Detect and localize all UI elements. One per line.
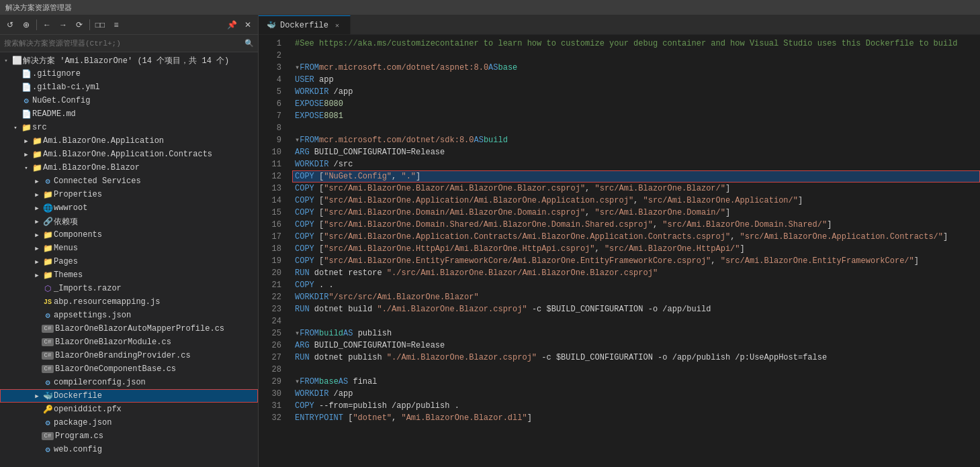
tree-item-blazor[interactable]: ▾ 📁 Ami.BlazorOne.Blazor — [0, 161, 258, 174]
item-label: Properties — [54, 190, 102, 199]
tree-item-componentbase[interactable]: C# BlazorOneComponentBase.cs — [0, 362, 258, 376]
tree-item-menus[interactable]: ▶ 📁 Menus — [0, 242, 258, 255]
close-panel-btn[interactable]: ✕ — [240, 17, 255, 32]
tree-item-pfx[interactable]: 🔑 openiddict.pfx — [0, 403, 258, 416]
separator2 — [89, 19, 90, 30]
code-line: COPY ["src/Ami.BlazorOne.EntityFramework… — [292, 255, 980, 267]
item-label: compilerconfig.json — [54, 378, 146, 387]
tree-item-wwwroot[interactable]: ▶ 🌐 wwwroot — [0, 201, 258, 215]
view-btn[interactable]: □□ — [93, 17, 107, 32]
filter-btn[interactable]: ≡ — [109, 17, 124, 32]
js-icon: JS — [42, 299, 54, 306]
csharp-icon: C# — [42, 325, 54, 333]
pfx-icon: 🔑 — [42, 405, 54, 415]
item-label: Ami.BlazorOne.Blazor — [43, 163, 140, 172]
tree-container: ▾ ⬜ 解决方案 'Ami.BlazorOne' (14 个项目，共 14 个)… — [0, 52, 258, 467]
tree-item-appsettings[interactable]: ⚙ appsettings.json — [0, 309, 258, 322]
tree-item-properties[interactable]: ▶ 📁 Properties — [0, 188, 258, 201]
item-label: BlazorOneComponentBase.cs — [55, 364, 176, 374]
config-icon: ⚙ — [42, 418, 54, 428]
tree-item-packagejson[interactable]: ⚙ package.json — [0, 416, 258, 429]
item-label: abp.resourcemapping.js — [54, 297, 160, 307]
tab-close-btn[interactable]: ✕ — [332, 21, 342, 30]
tree-item-module[interactable]: C# BlazorOneBlazorModule.cs — [0, 335, 258, 349]
folder-icon: 📁 — [42, 257, 54, 267]
code-line — [292, 50, 980, 62]
tree-item-pages[interactable]: ▶ 📁 Pages — [0, 255, 258, 268]
tree-item-branding[interactable]: C# BlazorOneBrandingProvider.cs — [0, 349, 258, 362]
item-label: BlazorOneBrandingProvider.cs — [55, 351, 191, 360]
folder-icon: 📁 — [31, 136, 43, 146]
title-bar: 解决方案资源管理器 — [0, 0, 980, 15]
tree-item-abp[interactable]: JS abp.resourcemapping.js — [0, 295, 258, 309]
solution-root[interactable]: ▾ ⬜ 解决方案 'Ami.BlazorOne' (14 个项目，共 14 个) — [0, 54, 258, 67]
code-line: COPY ["src/Ami.BlazorOne.HttpApi/Ami.Bla… — [292, 243, 980, 255]
tab-dockerfile[interactable]: 🐳 Dockerfile ✕ — [259, 15, 351, 34]
code-line: COPY ["src/Ami.BlazorOne.Domain.Shared/A… — [292, 219, 980, 231]
folder-icon: 📁 — [20, 123, 32, 133]
csharp-icon: C# — [42, 432, 54, 440]
tree-item-webconfig[interactable]: ⚙ web.config — [0, 443, 258, 456]
code-line: COPY --from=publish /app/publish . — [292, 400, 980, 412]
file-icon: 📄 — [20, 83, 32, 93]
expand-icon: ▾ — [11, 124, 20, 132]
search-input[interactable] — [4, 40, 244, 48]
code-area[interactable]: #See https://aka.ms/customizecontainer t… — [287, 35, 980, 467]
item-label: web.config — [54, 445, 102, 454]
back-btn[interactable]: ← — [40, 17, 54, 32]
tree-item-compilerconfig[interactable]: ⚙ compilerconfig.json — [0, 376, 258, 389]
code-line: WORKDIR /app — [292, 388, 980, 400]
sync-btn[interactable]: ↺ — [3, 17, 17, 32]
tree-item-readme[interactable]: 📄 README.md — [0, 107, 258, 121]
item-label: .gitlab-ci.yml — [32, 83, 100, 92]
tree-item-automapper[interactable]: C# BlazorOneBlazorAutoMapperProfile.cs — [0, 322, 258, 335]
code-line: EXPOSE 8081 — [292, 110, 980, 122]
item-label: Ami.BlazorOne.Application.Contracts — [43, 150, 212, 159]
main-layout: ↺ ⊕ ← → ⟳ □□ ≡ 📌 ✕ 🔍 ▾ ⬜ 解决方案 'Ami.B — [0, 15, 980, 467]
file-icon: 📄 — [20, 109, 32, 119]
forward-btn[interactable]: → — [56, 17, 71, 32]
tree-item-dockerfile[interactable]: ▶ 🐳 Dockerfile — [0, 389, 258, 403]
separator1 — [36, 19, 37, 30]
tree-item-connected-services[interactable]: ▶ ⚙ Connected Services — [0, 174, 258, 188]
ref-icon: 🔗 — [42, 217, 54, 227]
item-label: openiddict.pfx — [54, 405, 122, 414]
tree-item-contracts[interactable]: ▶ 📁 Ami.BlazorOne.Application.Contracts — [0, 148, 258, 161]
add-btn[interactable]: ⊕ — [19, 17, 34, 32]
tree-item-src[interactable]: ▾ 📁 src — [0, 121, 258, 134]
tree-item-deps[interactable]: ▶ 🔗 依赖项 — [0, 215, 258, 228]
tree-item-themes[interactable]: ▶ 📁 Themes — [0, 268, 258, 282]
tree-item-components[interactable]: ▶ 📁 Components — [0, 228, 258, 242]
globe-icon: 🌐 — [42, 203, 54, 213]
expand-icon: ▾ — [21, 164, 31, 172]
tree-item-imports[interactable]: ⬡ _Imports.razor — [0, 282, 258, 295]
tree-item-gitignore[interactable]: 📄 .gitignore — [0, 67, 258, 81]
file-icon: 📄 — [20, 69, 32, 79]
folder-icon: 📁 — [42, 244, 54, 254]
config-icon: ⚙ — [42, 445, 54, 455]
csharp-icon: C# — [42, 352, 54, 360]
config-icon: ⚙ — [42, 378, 54, 388]
code-line: WORKDIR /app — [292, 86, 980, 98]
pin-btn[interactable]: 📌 — [224, 17, 239, 32]
folder-icon: 📁 — [42, 270, 54, 280]
code-line: ▾FROM mcr.microsoft.com/dotnet/aspnet:8.… — [292, 62, 980, 74]
item-label: package.json — [54, 418, 112, 427]
code-line: USER app — [292, 74, 980, 86]
solution-label: 解决方案 'Ami.BlazorOne' (14 个项目，共 14 个) — [23, 55, 229, 66]
item-label: .gitignore — [32, 69, 81, 79]
item-label: BlazorOneBlazorModule.cs — [55, 338, 171, 347]
tree-item-gitlab[interactable]: 📄 .gitlab-ci.yml — [0, 81, 258, 94]
tree-item-program[interactable]: C# Program.cs — [0, 429, 258, 443]
expand-icon: ▶ — [32, 272, 42, 279]
refresh-btn[interactable]: ⟳ — [72, 17, 87, 32]
code-line: RUN dotnet build "./Ami.BlazorOne.Blazor… — [292, 303, 980, 315]
code-line: COPY ["src/Ami.BlazorOne.Blazor/Ami.Blaz… — [292, 183, 980, 195]
tree-item-app[interactable]: ▶ 📁 Ami.BlazorOne.Application — [0, 134, 258, 148]
search-icon[interactable]: 🔍 — [244, 39, 254, 48]
code-line: COPY ["src/Ami.BlazorOne.Application.Con… — [292, 231, 980, 243]
code-line — [292, 315, 980, 327]
gear-icon: ⚙ — [42, 176, 54, 187]
tree-item-nuget[interactable]: ⚙ NuGet.Config — [0, 94, 258, 107]
code-line: COPY ["src/Ami.BlazorOne.Application/Ami… — [292, 195, 980, 207]
